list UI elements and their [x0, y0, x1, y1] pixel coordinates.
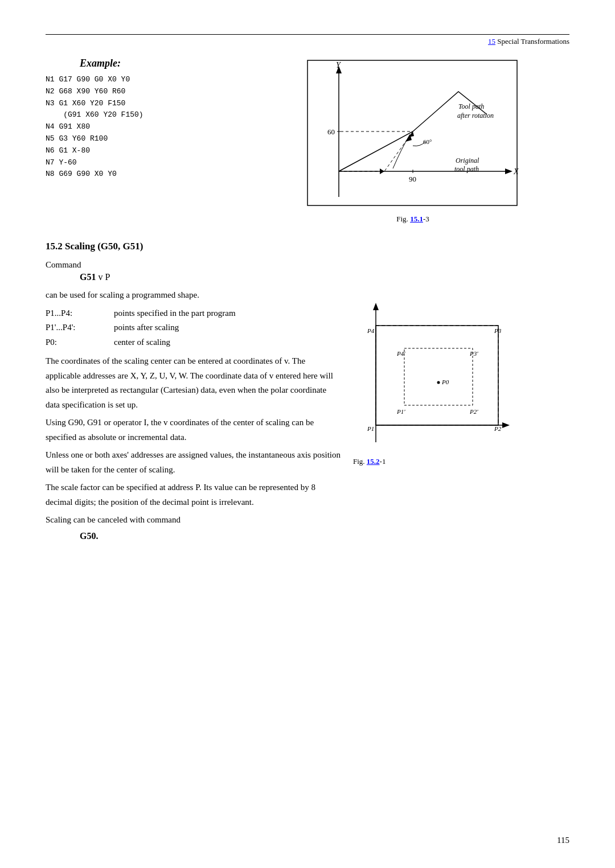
fig2-label: Fig. 15.2-1: [353, 457, 386, 466]
svg-marker-22: [502, 422, 510, 428]
svg-text:P3': P3': [469, 350, 478, 357]
example-block: Example: N1 G17 G90 G0 X0 Y0 N2 G68 X90 …: [46, 57, 239, 224]
fig2-diagram: P1 P2 P3 P4 P1' P2' P3' P4' P0: [353, 294, 512, 454]
svg-rect-23: [376, 326, 498, 425]
svg-text:P2: P2: [494, 425, 502, 432]
param-val-3: center of scaling: [114, 335, 170, 350]
fig1-link[interactable]: 15.1: [410, 215, 423, 223]
top-section: Example: N1 G17 G90 G0 X0 Y0 N2 G68 X90 …: [46, 57, 569, 224]
svg-text:P3: P3: [494, 327, 502, 334]
command-code: G51 v P: [80, 272, 342, 282]
command-g51: G51: [80, 272, 96, 282]
para-2: Using G90, G91 or operator I, the v coor…: [46, 416, 342, 445]
intro-text: can be used for scaling a programmed sha…: [46, 288, 342, 303]
svg-text:Tool path: Tool path: [458, 102, 484, 110]
header-breadcrumb: 15 Special Transformations: [46, 37, 569, 46]
header-divider: [46, 34, 569, 35]
param-row-2: P1'...P4': points after scaling: [46, 320, 342, 335]
svg-rect-24: [404, 348, 473, 405]
svg-point-34: [437, 381, 440, 384]
page: 15 Special Transformations Example: N1 G…: [0, 0, 615, 868]
fig1-label: Fig. 15.1-3: [396, 215, 429, 224]
fig1-area: Y X 60 90: [256, 57, 569, 224]
command-rest: v P: [96, 272, 110, 282]
param-key-3: P0:: [46, 335, 114, 350]
page-number: 115: [557, 836, 569, 845]
lower-section: Command G51 v P can be used for scaling …: [46, 260, 569, 547]
svg-text:X: X: [513, 167, 519, 176]
para-3: Unless one or both axes' addresses are a…: [46, 448, 342, 477]
svg-text:Original: Original: [456, 157, 479, 164]
svg-rect-25: [376, 326, 498, 425]
svg-text:P2': P2': [469, 408, 478, 415]
svg-text:90: 90: [409, 175, 416, 183]
svg-text:P1': P1': [396, 408, 405, 415]
param-key-2: P1'...P4':: [46, 320, 114, 335]
param-key-1: P1...P4:: [46, 306, 114, 321]
svg-marker-20: [373, 303, 379, 310]
example-title: Example:: [80, 57, 239, 69]
para-4: The scale factor can be specified at add…: [46, 480, 342, 509]
param-val-1: points specified in the part program: [114, 306, 236, 321]
param-val-2: points after scaling: [114, 320, 179, 335]
svg-text:after rotation: after rotation: [457, 112, 494, 120]
g50-text: G50: [80, 531, 96, 541]
cancel-command: G50.: [80, 531, 342, 541]
fig2-area: P1 P2 P3 P4 P1' P2' P3' P4' P0 Fig. 15.2…: [353, 260, 569, 547]
svg-text:tool path: tool path: [454, 165, 479, 173]
svg-text:60: 60: [327, 127, 335, 136]
svg-text:P4': P4': [396, 350, 405, 357]
param-row-1: P1...P4: points specified in the part pr…: [46, 306, 342, 321]
code-block: N1 G17 G90 G0 X0 Y0 N2 G68 X90 Y60 R60 N…: [46, 74, 239, 180]
fig2-link[interactable]: 15.2: [367, 457, 380, 466]
param-row-3: P0: center of scaling: [46, 335, 342, 350]
lower-text: Command G51 v P can be used for scaling …: [46, 260, 342, 547]
svg-text:P1: P1: [367, 425, 374, 432]
fig1-diagram: Y X 60 90: [305, 57, 521, 211]
command-label: Command: [46, 260, 342, 270]
svg-text:P4: P4: [367, 327, 375, 334]
para-5: Scaling can be canceled with command: [46, 513, 342, 528]
chapter-link[interactable]: 15: [488, 37, 495, 46]
svg-text:P0: P0: [441, 379, 449, 385]
param-table: P1...P4: points specified in the part pr…: [46, 306, 342, 350]
svg-text:60°: 60°: [423, 138, 432, 145]
section-heading: 15.2 Scaling (G50, G51): [46, 241, 569, 252]
chapter-title: Special Transformations: [497, 37, 569, 46]
para-1: The coordinates of the scaling center ca…: [46, 354, 342, 412]
